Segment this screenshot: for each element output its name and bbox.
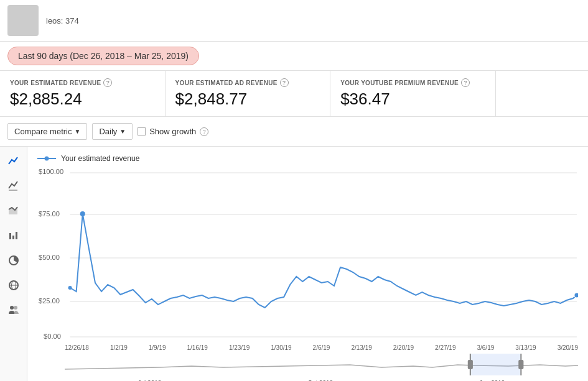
- x-label: 3/13/19: [515, 344, 536, 351]
- people-icon[interactable]: [7, 303, 21, 317]
- svg-rect-23: [470, 354, 521, 375]
- date-range-badge[interactable]: Last 90 days (Dec 26, 2018 – Mar 25, 201…: [7, 47, 199, 65]
- main-chart-svg: $100.00 $75.00 $50.00 $25.00 $0.00: [37, 168, 578, 342]
- svg-point-22: [574, 293, 578, 298]
- svg-rect-1: [9, 233, 11, 239]
- daily-button[interactable]: Daily ▼: [92, 123, 133, 140]
- metric-value-youtube-premium: $36.47: [340, 90, 485, 109]
- svg-rect-25: [468, 360, 473, 369]
- x-label: 1/23/19: [229, 344, 250, 351]
- mini-chart-svg: [65, 354, 578, 375]
- svg-rect-27: [518, 360, 523, 369]
- x-label: 2/6/19: [313, 344, 330, 351]
- svg-rect-3: [16, 232, 17, 239]
- metric-label-estimated-ad-revenue: YOUR ESTIMATED AD REVENUE ?: [175, 78, 320, 87]
- metric-value-estimated-revenue: $2,885.24: [10, 90, 155, 109]
- globe-icon[interactable]: [7, 278, 21, 292]
- svg-point-20: [80, 211, 85, 216]
- x-label: 2/27/19: [435, 344, 455, 351]
- show-growth-label[interactable]: Show growth ?: [138, 127, 208, 136]
- chart-area: Your estimated revenue $100.00 $75.00 $5…: [27, 147, 588, 381]
- mini-chart-area: [37, 354, 578, 379]
- sidebar: [0, 147, 27, 381]
- chart-wrapper: $100.00 $75.00 $50.00 $25.00 $0.00: [37, 168, 578, 342]
- legend-label: Your estimated revenue: [61, 154, 139, 163]
- pie-chart-icon[interactable]: [7, 254, 21, 267]
- date-range-bar: Last 90 days (Dec 26, 2018 – Mar 25, 201…: [0, 42, 588, 70]
- show-growth-checkbox[interactable]: [138, 127, 146, 135]
- x-label: 1/9/19: [149, 344, 166, 351]
- metric-label-estimated-revenue: YOUR ESTIMATED REVENUE ?: [10, 78, 155, 87]
- metric-value-estimated-ad-revenue: $2,848.77: [175, 90, 320, 109]
- videos-count: leos: 374: [46, 16, 79, 25]
- svg-text:$25.00: $25.00: [39, 297, 60, 305]
- chevron-down-icon-daily: ▼: [119, 128, 126, 135]
- info-icon-revenue[interactable]: ?: [103, 78, 112, 87]
- trend-chart-icon[interactable]: [7, 179, 21, 193]
- compare-metric-button[interactable]: Compare metric ▼: [7, 123, 87, 140]
- svg-text:$75.00: $75.00: [39, 210, 60, 218]
- metric-label-youtube-premium: YOUR YOUTUBE PREMIUM REVENUE ?: [340, 78, 485, 87]
- metric-estimated-revenue: YOUR ESTIMATED REVENUE ? $2,885.24: [0, 71, 166, 116]
- info-icon-ad-revenue[interactable]: ?: [280, 78, 289, 87]
- svg-text:$100.00: $100.00: [39, 168, 63, 175]
- chart-legend: Your estimated revenue: [37, 154, 578, 163]
- metric-empty: [496, 71, 588, 116]
- area-chart-icon[interactable]: [7, 204, 21, 218]
- x-label: 3/20/19: [558, 344, 578, 351]
- x-label: 3/6/19: [477, 344, 494, 351]
- x-label: 12/26/18: [65, 344, 89, 351]
- x-label: 1/30/19: [271, 344, 291, 351]
- metric-youtube-premium: YOUR YOUTUBE PREMIUM REVENUE ? $36.47: [330, 71, 496, 116]
- svg-point-9: [14, 306, 17, 310]
- main-content: Your estimated revenue $100.00 $75.00 $5…: [0, 147, 588, 381]
- svg-text:$0.00: $0.00: [44, 333, 61, 340]
- metric-estimated-ad-revenue: YOUR ESTIMATED AD REVENUE ? $2,848.77: [166, 71, 331, 116]
- svg-point-8: [10, 306, 14, 310]
- svg-rect-2: [12, 236, 14, 239]
- x-axis-labels: 12/26/18 1/2/19 1/9/19 1/16/19 1/23/19 1…: [37, 342, 578, 351]
- metrics-row: YOUR ESTIMATED REVENUE ? $2,885.24 YOUR …: [0, 70, 588, 117]
- info-icon-premium[interactable]: ?: [461, 78, 470, 87]
- svg-text:$50.00: $50.00: [39, 254, 60, 261]
- bar-chart-icon[interactable]: [7, 229, 21, 242]
- toolbar: Compare metric ▼ Daily ▼ Show growth ?: [0, 117, 588, 147]
- line-chart-icon[interactable]: [7, 154, 21, 168]
- x-label: 2/20/19: [393, 344, 414, 351]
- info-icon-growth[interactable]: ?: [200, 127, 208, 136]
- x-label: 1/16/19: [187, 344, 208, 351]
- x-label: 1/2/19: [110, 344, 128, 351]
- chevron-down-icon: ▼: [74, 128, 80, 135]
- x-label: 2/13/19: [351, 344, 371, 351]
- avatar: [7, 5, 39, 36]
- svg-point-21: [68, 286, 72, 290]
- top-bar: leos: 374: [0, 0, 588, 42]
- legend-line: [37, 158, 56, 159]
- channel-info: leos: 374: [46, 16, 79, 25]
